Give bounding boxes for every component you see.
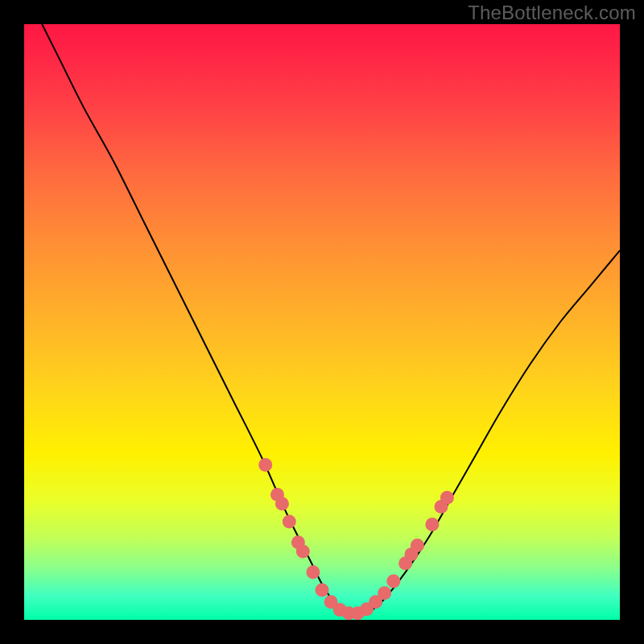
highlight-dot — [316, 584, 329, 597]
highlight-dot — [411, 539, 424, 552]
highlight-dot — [386, 574, 400, 588]
highlight-dot — [306, 565, 320, 579]
highlight-dot — [283, 514, 296, 528]
highlight-dot — [440, 491, 454, 505]
highlight-dot — [296, 544, 310, 558]
highlight-dot — [378, 586, 391, 600]
highlight-dot — [258, 458, 272, 472]
chart-frame: TheBottleneck.com — [0, 0, 644, 644]
highlight-dot — [275, 497, 289, 510]
plot-background — [24, 24, 620, 620]
highlight-dot — [425, 518, 439, 531]
chart-svg — [0, 0, 644, 644]
